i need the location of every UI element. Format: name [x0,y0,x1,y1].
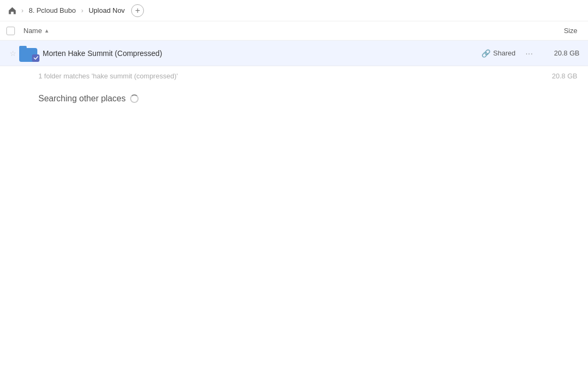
home-icon[interactable] [6,5,18,17]
breadcrumb-sep-1: › [21,7,23,14]
add-breadcrumb-button[interactable]: + [131,4,144,17]
name-column-header[interactable]: Name ▲ [23,27,530,35]
summary-text: 1 folder matches 'hake summit (compresse… [6,72,552,80]
file-row[interactable]: ☆ Morten Hake Summit (Compressed) 🔗 Shar… [0,41,588,66]
summary-size: 20.8 GB [552,72,582,80]
breadcrumb-item-pcloud[interactable]: 8. Pcloud Bubo [27,5,78,15]
file-size: 20.8 GB [541,49,584,57]
folder-icon [19,44,38,63]
more-options-button[interactable]: ··· [522,46,537,61]
checkbox-all[interactable] [6,27,15,35]
shared-status: 🔗 Shared [481,49,515,58]
summary-row: 1 folder matches 'hake summit (compresse… [0,66,588,85]
sort-icon: ▲ [44,28,50,34]
link-icon: 🔗 [481,49,490,58]
star-icon[interactable]: ☆ [6,49,19,58]
column-header-row: Name ▲ Size [0,21,588,41]
select-all-checkbox[interactable] [6,27,23,35]
searching-spinner [130,94,139,103]
searching-label: Searching other places [38,94,126,103]
file-name: Morten Hake Summit (Compressed) [43,49,481,58]
breadcrumb-bar: › 8. Pcloud Bubo › Upload Nov + [0,0,588,21]
breadcrumb-sep-2: › [81,7,83,14]
breadcrumb-item-upload[interactable]: Upload Nov [86,5,127,15]
shared-label: Shared [493,49,515,57]
searching-section: Searching other places [0,85,588,108]
size-column-header: Size [530,27,584,35]
